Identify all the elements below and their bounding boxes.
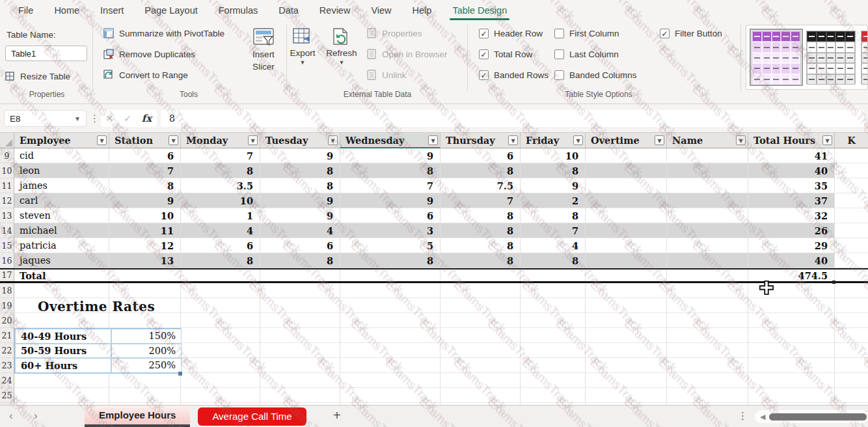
sheet-tab-average-call-time[interactable]: Average Call Time: [198, 407, 306, 426]
cell[interactable]: [109, 373, 181, 388]
column-header-name[interactable]: Name▼: [667, 133, 748, 148]
column-header-total-hours[interactable]: Total Hours▼: [748, 133, 835, 148]
filter-dropdown-icon[interactable]: ▼: [573, 135, 583, 145]
cell[interactable]: 5: [340, 238, 441, 253]
scrollbar-thumb[interactable]: [769, 413, 867, 420]
select-all-corner[interactable]: [0, 133, 14, 148]
cell[interactable]: james: [14, 178, 109, 193]
cell[interactable]: [181, 298, 260, 313]
cell[interactable]: [14, 313, 109, 328]
cell[interactable]: [586, 178, 667, 193]
cell[interactable]: [748, 328, 835, 343]
cell[interactable]: [667, 148, 748, 163]
cell[interactable]: 6: [109, 148, 181, 163]
cell[interactable]: 8: [441, 253, 521, 268]
checkbox-banded-columns[interactable]: Banded Columns: [554, 70, 637, 80]
cell[interactable]: [586, 313, 667, 328]
filter-dropdown-icon[interactable]: ▼: [508, 135, 518, 145]
cell[interactable]: 9: [109, 193, 181, 208]
cell[interactable]: [521, 358, 586, 373]
cell[interactable]: [260, 358, 340, 373]
cell-k[interactable]: [835, 163, 868, 178]
ribbon-tab-insert[interactable]: Insert: [90, 0, 134, 21]
column-header-station[interactable]: Station▼: [109, 133, 181, 148]
cell-k[interactable]: [835, 358, 868, 373]
checkbox-first-column[interactable]: First Column: [554, 29, 619, 38]
cell-k[interactable]: [835, 343, 868, 358]
cell[interactable]: 8: [340, 253, 441, 268]
cell-k[interactable]: [835, 148, 868, 163]
cell[interactable]: [260, 269, 340, 281]
cell[interactable]: 7: [181, 148, 260, 163]
cell[interactable]: 9: [521, 178, 586, 193]
column-header-employee[interactable]: Employee▼: [14, 133, 109, 148]
refresh-button[interactable]: Refresh ▼: [325, 27, 358, 66]
cell[interactable]: [441, 388, 521, 403]
cell[interactable]: 8: [441, 238, 521, 253]
cell[interactable]: [181, 343, 260, 358]
cell[interactable]: [748, 373, 835, 388]
cell[interactable]: 8: [260, 178, 340, 193]
filter-dropdown-icon[interactable]: ▼: [248, 135, 258, 145]
cell[interactable]: [340, 388, 441, 403]
cell[interactable]: [340, 373, 441, 388]
cell[interactable]: [586, 208, 667, 223]
cell[interactable]: [340, 283, 441, 298]
cell[interactable]: [667, 193, 748, 208]
cell[interactable]: 8: [181, 163, 260, 178]
cell[interactable]: [260, 373, 340, 388]
total-fill-handle[interactable]: [832, 281, 835, 284]
column-header-friday[interactable]: Friday▼: [521, 133, 586, 148]
cell[interactable]: [586, 193, 667, 208]
cell[interactable]: 35: [748, 178, 835, 193]
export-button[interactable]: Export ▼: [288, 27, 318, 66]
cell[interactable]: [667, 269, 748, 281]
cell[interactable]: 8: [260, 253, 340, 268]
cell[interactable]: leon: [14, 163, 109, 178]
cell[interactable]: [260, 313, 340, 328]
cell[interactable]: [441, 343, 521, 358]
cell[interactable]: [340, 358, 441, 373]
cell[interactable]: [521, 388, 586, 403]
cancel-icon[interactable]: ✕: [106, 113, 114, 124]
cell[interactable]: [181, 283, 260, 298]
cell[interactable]: [441, 269, 521, 281]
cell[interactable]: 1: [181, 208, 260, 223]
cell[interactable]: steven: [14, 208, 109, 223]
cell[interactable]: [181, 358, 260, 373]
row-number[interactable]: 11: [0, 178, 14, 193]
cell-k[interactable]: [835, 178, 868, 193]
cell-k[interactable]: [835, 269, 868, 281]
resize-table-button[interactable]: Resize Table: [4, 70, 70, 82]
cell[interactable]: 3.5: [181, 178, 260, 193]
cell[interactable]: [586, 298, 667, 313]
enter-icon[interactable]: ✓: [124, 113, 131, 124]
column-header-tuesday[interactable]: Tuesday▼: [260, 133, 340, 148]
cell[interactable]: [14, 373, 109, 388]
filter-dropdown-icon[interactable]: ▼: [169, 135, 178, 145]
row-number[interactable]: 9: [0, 148, 14, 163]
cell[interactable]: [340, 313, 441, 328]
filter-dropdown-icon[interactable]: ▼: [655, 135, 664, 145]
cell[interactable]: [667, 388, 748, 403]
summarize-with-pivottable-button[interactable]: Summarize with PivotTable: [103, 27, 224, 39]
cell[interactable]: [109, 388, 181, 403]
cell[interactable]: [521, 373, 586, 388]
ribbon-tab-help[interactable]: Help: [402, 0, 442, 21]
cell[interactable]: [586, 373, 667, 388]
cell[interactable]: [441, 358, 521, 373]
cell[interactable]: [667, 298, 748, 313]
cell[interactable]: 6: [181, 238, 260, 253]
ribbon-tab-table-design[interactable]: Table Design: [442, 0, 517, 21]
row-number[interactable]: 18: [0, 283, 14, 298]
cell[interactable]: [667, 253, 748, 268]
column-header-overtime[interactable]: Overtime▼: [586, 133, 667, 148]
cell[interactable]: 8: [441, 163, 521, 178]
cell[interactable]: 12: [109, 238, 181, 253]
overtime-range-cell[interactable]: 60+ Hours: [15, 358, 111, 373]
cell[interactable]: 4: [521, 238, 586, 253]
row-number[interactable]: 15: [0, 238, 14, 253]
cell[interactable]: 9: [260, 148, 340, 163]
cell[interactable]: 6: [441, 148, 521, 163]
cell[interactable]: 29: [748, 238, 835, 253]
